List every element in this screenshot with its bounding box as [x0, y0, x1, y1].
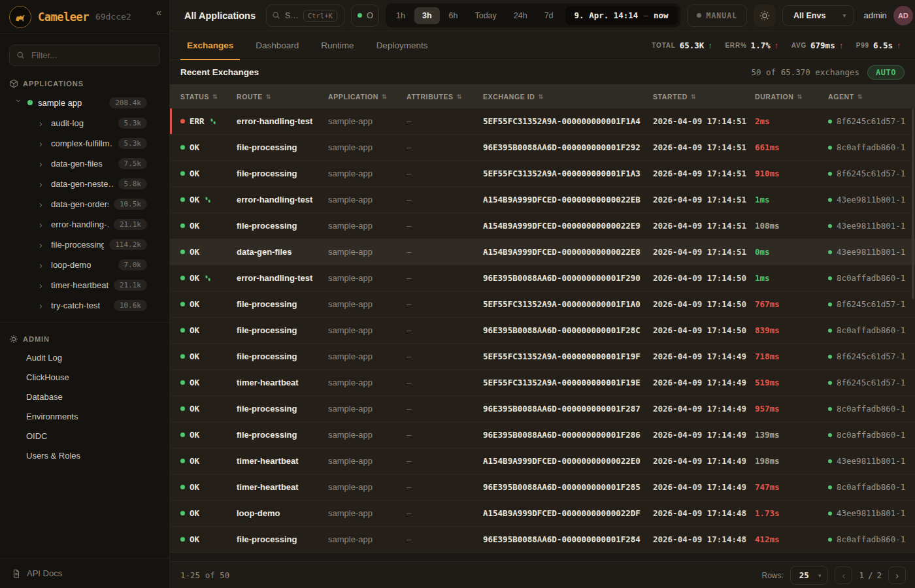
application-cell: sample-app	[328, 169, 407, 178]
admin-menu-item[interactable]: Users & Roles	[0, 446, 169, 465]
chevron-right-icon[interactable]: ›	[39, 180, 46, 189]
sidebar-route-item[interactable]: › file-processing 114.2k	[0, 235, 169, 255]
sidebar-route-item[interactable]: › data-gen-neste… 5.8k	[0, 174, 169, 194]
sidebar-route-item[interactable]: › try-catch-test 10.6k	[0, 295, 169, 316]
column-header[interactable]: STATUS ⇅	[180, 93, 237, 101]
sidebar-route-item[interactable]: › data-gen-orders 10.5k	[0, 194, 169, 214]
global-search-box[interactable]: S… Ctrl+K	[266, 5, 344, 27]
time-range-button[interactable]: Today	[467, 7, 504, 24]
table-row[interactable]: OK error-handling-test sample-app – 96E3…	[170, 265, 915, 291]
trend-up-icon: ↑	[897, 41, 901, 50]
sidebar-app-sample-app[interactable]: › sample app 208.4k	[0, 92, 169, 113]
column-header[interactable]: EXCHANGE ID ⇅	[483, 93, 653, 101]
manual-refresh-button[interactable]: MANUAL	[687, 5, 748, 27]
table-row[interactable]: OK file-processing sample-app – A154B9A9…	[170, 213, 915, 239]
sidebar-collapse-button[interactable]: «	[156, 7, 161, 18]
filter-input[interactable]	[30, 50, 153, 61]
cube-icon	[9, 79, 18, 88]
column-header[interactable]: STARTED ⇅	[653, 93, 755, 101]
sidebar-route-item[interactable]: › timer-heartbeat 21.1k	[0, 275, 169, 295]
pagination-range: 1-25 of 50	[180, 570, 229, 580]
attributes-cell: –	[407, 325, 483, 335]
admin-menu-item[interactable]: OIDC	[0, 426, 169, 446]
prev-page-button[interactable]: ‹	[835, 566, 852, 584]
status-text: OK	[190, 273, 199, 283]
agent-id: 8f6245c61d57-1	[837, 169, 905, 178]
chevron-down-icon[interactable]: ›	[14, 99, 24, 106]
chevron-right-icon[interactable]: ›	[39, 119, 46, 128]
status-cell: OK	[180, 378, 237, 387]
table-row[interactable]: OK file-processing sample-app – 96E395B0…	[170, 422, 915, 448]
sidebar-route-item[interactable]: › error-handling-… 21.1k	[0, 214, 169, 235]
tab[interactable]: Exchanges	[180, 31, 240, 59]
table-row[interactable]: OK timer-heartbeat sample-app – A154B9A9…	[170, 448, 915, 474]
table-row[interactable]: OK file-processing sample-app – 96E395B0…	[170, 318, 915, 344]
online-status-button[interactable]: O	[351, 5, 379, 27]
date-range-display[interactable]: 9. Apr. 14:14 – now	[565, 6, 678, 25]
chevron-right-icon[interactable]: ›	[39, 159, 46, 169]
table-row[interactable]: OK timer-heartbeat sample-app – 5EF55FC3…	[170, 370, 915, 396]
column-header[interactable]: AGENT ⇅	[828, 93, 915, 101]
sidebar-route-item[interactable]: › loop-demo 7.0k	[0, 255, 169, 275]
avatar[interactable]: AD	[893, 6, 913, 25]
auto-refresh-badge[interactable]: AUTO	[867, 65, 905, 80]
time-range-button[interactable]: 7d	[537, 7, 561, 24]
api-docs-link[interactable]: API Docs	[0, 558, 169, 588]
table-row[interactable]: OK file-processing sample-app – 96E395B0…	[170, 396, 915, 422]
tab[interactable]: Deployments	[370, 31, 435, 59]
chevron-right-icon[interactable]: ›	[39, 261, 46, 270]
attributes-cell: –	[407, 430, 483, 440]
duration-cell: 661ms	[755, 142, 828, 152]
route-count-badge: 5.3k	[118, 118, 148, 129]
trend-up-icon: ↑	[839, 41, 843, 50]
route-count-badge: 10.6k	[114, 300, 147, 311]
sidebar-route-item[interactable]: › audit-log 5.3k	[0, 113, 169, 133]
table-row[interactable]: OK file-processing sample-app – 96E395B0…	[170, 527, 915, 553]
attributes-cell: –	[407, 456, 483, 466]
application-cell: sample-app	[328, 273, 407, 283]
sidebar-route-item[interactable]: › complex-fulfillm… 5.3k	[0, 133, 169, 154]
chevron-right-icon[interactable]: ›	[39, 301, 46, 310]
next-page-button[interactable]: ›	[888, 566, 906, 584]
tab[interactable]: Runtime	[314, 31, 360, 59]
page-indicator: 1 / 2	[859, 570, 882, 580]
agent-id: 43ee9811b801-1	[837, 221, 905, 231]
time-range-button[interactable]: 3h	[414, 7, 440, 24]
rows-per-page-select[interactable]: 25 ▾	[790, 566, 829, 585]
chevron-right-icon[interactable]: ›	[39, 240, 46, 250]
column-header[interactable]: ROUTE ⇅	[237, 93, 328, 101]
chevron-right-icon[interactable]: ›	[39, 139, 46, 148]
table-row[interactable]: OK file-processing sample-app – 5EF55FC3…	[170, 291, 915, 318]
chevron-right-icon[interactable]: ›	[39, 220, 46, 229]
admin-menu-item[interactable]: Environments	[0, 406, 169, 426]
table-row[interactable]: OK loop-demo sample-app – A154B9A999DFCE…	[170, 500, 915, 527]
scrollbar[interactable]	[912, 108, 914, 299]
column-header[interactable]: APPLICATION ⇅	[328, 93, 407, 101]
admin-menu-item[interactable]: Database	[0, 387, 169, 406]
column-header[interactable]: ATTRIBUTES ⇅	[407, 93, 483, 101]
filter-box[interactable]	[9, 44, 160, 66]
stat-label: P99	[856, 42, 869, 49]
table-row[interactable]: OK data-gen-files sample-app – A154B9A99…	[170, 239, 915, 265]
admin-menu-item[interactable]: ClickHouse	[0, 367, 169, 387]
theme-toggle-button[interactable]	[754, 5, 776, 27]
table-row[interactable]: OK file-processing sample-app – 96E395B0…	[170, 135, 915, 161]
table-row[interactable]: OK timer-heartbeat sample-app – 96E395B0…	[170, 474, 915, 500]
column-header[interactable]: DURATION ⇅	[755, 93, 828, 101]
table-row[interactable]: OK file-processing sample-app – 5EF55FC3…	[170, 344, 915, 370]
admin-menu-item[interactable]: Audit Log	[0, 348, 169, 367]
time-range-button[interactable]: 1h	[388, 7, 413, 24]
env-select[interactable]: All Envs ▾	[782, 5, 854, 26]
table-row[interactable]: OK file-processing sample-app – 5EF55FC3…	[170, 161, 915, 187]
chevron-right-icon[interactable]: ›	[39, 200, 46, 209]
time-range-button[interactable]: 24h	[506, 7, 535, 24]
time-range-button[interactable]: 6h	[441, 7, 466, 24]
sort-icon: ⇅	[539, 93, 544, 100]
sidebar-route-item[interactable]: › data-gen-files 7.5k	[0, 154, 169, 174]
started-cell: 2026-04-09 17:14:49	[653, 351, 755, 361]
gear-icon	[9, 335, 18, 344]
table-row[interactable]: ERR error-handling-test sample-app – 5EF…	[170, 108, 915, 135]
table-row[interactable]: OK error-handling-test sample-app – A154…	[170, 187, 915, 213]
tab[interactable]: Dashboard	[249, 31, 305, 59]
chevron-right-icon[interactable]: ›	[39, 281, 46, 290]
